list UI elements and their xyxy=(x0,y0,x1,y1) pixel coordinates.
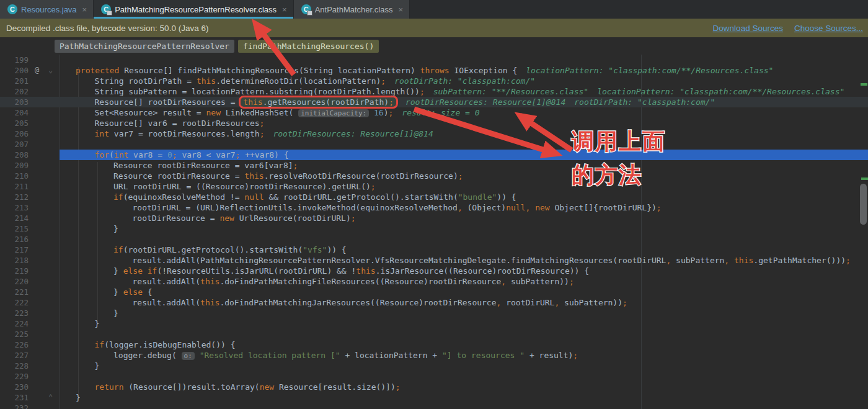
line-number: 226 xyxy=(0,339,29,350)
code-token: ; xyxy=(293,161,298,170)
choose-sources-link[interactable]: Choose Sources... xyxy=(794,24,863,33)
code-token: if xyxy=(95,340,105,349)
code-token: ; xyxy=(569,277,574,286)
gutter-row: 224 xyxy=(0,318,60,329)
code-token: this xyxy=(734,256,753,265)
gutter-row: 212 xyxy=(0,192,60,202)
annotation-marker-icon: @ xyxy=(35,65,39,76)
gutter-row: 214 xyxy=(0,213,60,223)
code-token: )) { xyxy=(497,192,516,202)
code-line: Set<Resource> result = new LinkedHashSet… xyxy=(60,107,868,118)
line-number: 229 xyxy=(0,371,29,382)
line-number: 209 xyxy=(0,160,29,171)
line-number: 201 xyxy=(0,76,29,86)
code-token: ; xyxy=(420,87,425,96)
code-line: return (Resource[])result.toArray(new Re… xyxy=(60,382,868,392)
gutter-row: 203 xyxy=(0,97,60,107)
code-token xyxy=(195,351,200,360)
code-token: LinkedHashSet( xyxy=(221,108,298,117)
code-token: ; xyxy=(389,108,394,117)
code-token: result.addAll( xyxy=(133,298,201,307)
code-line: } else { xyxy=(60,287,868,297)
code-token: String rootDirPath = xyxy=(95,76,197,86)
code-token: ; xyxy=(172,150,177,160)
code-token: { xyxy=(143,287,153,297)
code-token: Object[]{rootDirURL}) xyxy=(550,203,657,212)
code-token: if xyxy=(113,245,123,254)
fold-collapse-icon[interactable]: ⌄ xyxy=(48,65,53,76)
close-icon[interactable]: × xyxy=(282,6,287,14)
debugger-inline-value: locationPattern: "classpath:com/**/Resou… xyxy=(526,66,773,75)
code-token: Set<Resource> result = xyxy=(95,108,206,117)
code-token: } xyxy=(113,287,123,297)
gutter-row: 201 xyxy=(0,76,60,86)
code-token: this xyxy=(356,266,375,276)
code-token: result.addAll( xyxy=(133,277,201,286)
code-token: (Resource[])result.toArray( xyxy=(123,382,259,392)
code-token: Resource rootDirResource = var6[var8] xyxy=(113,161,293,170)
code-token: return xyxy=(95,382,124,392)
gutter-row: 221 xyxy=(0,287,60,297)
breadcrumb-method[interactable]: findPathMatchingResources() xyxy=(238,40,379,53)
line-number: 214 xyxy=(0,213,29,223)
code-line: String rootDirPath = this.determineRootD… xyxy=(60,76,868,86)
code-token: IOException { xyxy=(450,66,518,75)
code-token: if xyxy=(148,266,157,276)
gutter-row: 209 xyxy=(0,160,60,171)
code-token xyxy=(530,203,535,212)
close-icon[interactable]: × xyxy=(82,6,87,14)
code-token: } xyxy=(76,393,81,402)
code-token: } xyxy=(95,319,100,328)
fold-end-icon[interactable]: ⌃ xyxy=(48,392,53,403)
debugger-inline-value: rootDirResources: Resource[1]@814 xyxy=(405,97,565,107)
code-token: else xyxy=(123,266,143,276)
tab-resources-java[interactable]: C Resources.java × xyxy=(0,0,94,19)
download-sources-link[interactable]: Download Sources xyxy=(713,24,783,33)
line-number: 224 xyxy=(0,318,29,329)
banner-message: Decompiled .class file, bytecode version… xyxy=(6,24,208,33)
code-token: ; xyxy=(657,203,662,212)
line-number: 217 xyxy=(0,245,29,255)
debugger-inline-value: rootDirResources: Resource[1]@814 xyxy=(273,129,433,138)
code-token: .doFindPathMatchingJarResources((Resourc… xyxy=(219,298,496,307)
gutter-row: 222 xyxy=(0,297,60,308)
code-line: Resource[] rootDirResources = this.getRe… xyxy=(60,97,868,107)
code-token: this xyxy=(243,97,262,107)
code-token: + result) xyxy=(525,351,573,360)
tab-antpathmatcher-class[interactable]: C AntPathMatcher.class × xyxy=(294,0,410,19)
tab-label: PathMatchingResourcePatternResolver.clas… xyxy=(115,5,277,14)
close-icon[interactable]: × xyxy=(398,6,403,14)
code-line: if(equinoxResolveMethod != null && rootD… xyxy=(60,192,868,202)
code-line: } xyxy=(60,223,868,234)
vcs-stripe-mark xyxy=(861,83,867,86)
code-token: var8 = xyxy=(128,150,167,160)
code-line xyxy=(60,371,868,382)
ide-window: C Resources.java × C PathMatchingResourc… xyxy=(0,0,868,409)
code-token: this xyxy=(200,298,219,307)
line-number: 205 xyxy=(0,118,29,128)
gutter-row: 228 xyxy=(0,361,60,371)
code-editor[interactable]: 199200@⌄20120220320420520620720820921021… xyxy=(0,55,868,409)
breadcrumb-class[interactable]: PathMatchingResourcePatternResolver xyxy=(55,40,234,53)
code-token: ; xyxy=(381,76,386,86)
line-number: 208 xyxy=(0,150,29,160)
code-line: for(int var8 = 0; var8 < var7; ++var8) { xyxy=(60,150,868,160)
code-line xyxy=(60,403,868,409)
editor-gutter: 199200@⌄20120220320420520620720820921021… xyxy=(0,55,60,409)
code-token: 16 xyxy=(374,108,384,117)
scrollbar-thumb[interactable] xyxy=(860,184,867,225)
line-number: 230 xyxy=(0,382,29,392)
tab-pathmatchingresourcepatternresolver-class[interactable]: C PathMatchingResourcePatternResolver.cl… xyxy=(94,0,293,19)
gutter-row: 211 xyxy=(0,181,60,192)
code-token: ; xyxy=(260,119,265,128)
code-line: if(rootDirURL.getProtocol().startsWith("… xyxy=(60,245,868,255)
tab-label: Resources.java xyxy=(21,5,77,14)
code-token: subPattern)) xyxy=(506,277,569,286)
gutter-row: 229 xyxy=(0,371,60,382)
code-token: null, xyxy=(506,203,530,212)
code-token: , xyxy=(501,277,506,286)
gutter-row: 226 xyxy=(0,339,60,350)
parameter-hint-chip: o: xyxy=(182,352,195,360)
line-number: 207 xyxy=(0,139,29,150)
code-line: Resource[] var6 = rootDirResources; xyxy=(60,118,868,128)
